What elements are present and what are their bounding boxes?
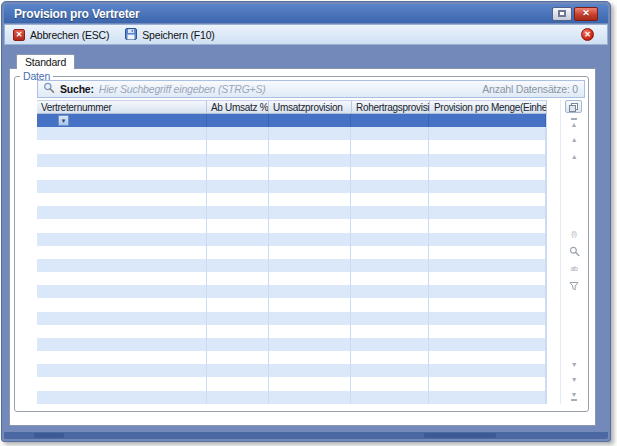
grid-row[interactable] [37, 364, 546, 377]
grid-cell[interactable] [429, 140, 546, 153]
grid-cell[interactable] [269, 167, 352, 180]
grid-cell[interactable] [269, 140, 352, 153]
grid-cell[interactable] [207, 285, 269, 298]
grid-cell[interactable] [269, 193, 352, 206]
grid-row[interactable] [37, 154, 546, 167]
grid-cell[interactable] [207, 246, 269, 259]
grid-cell[interactable] [429, 391, 546, 404]
grid-cell[interactable] [269, 364, 352, 377]
grid-row[interactable] [37, 298, 546, 311]
cancel-button[interactable]: ✕ Abbrechen (ESC) [13, 29, 109, 41]
grid-cell[interactable] [207, 377, 269, 390]
grid-cell[interactable] [429, 364, 546, 377]
grid-cell[interactable] [351, 259, 429, 272]
grid-cell[interactable] [37, 272, 207, 285]
grid-row[interactable] [37, 377, 546, 390]
grid-row[interactable] [37, 351, 546, 364]
grid-cell[interactable] [269, 246, 352, 259]
grid-cell[interactable] [269, 219, 352, 232]
grid-cell[interactable] [269, 377, 352, 390]
grid-cell[interactable] [269, 154, 352, 167]
column-header-rohertragsprovision[interactable]: Rohertragsprovision [352, 101, 430, 113]
grid-cell[interactable] [269, 391, 352, 404]
grid-cell[interactable] [37, 338, 207, 351]
close-circle-icon[interactable]: ✕ [581, 28, 594, 41]
abc-icon[interactable]: ab [567, 262, 581, 275]
grid-row[interactable] [37, 312, 546, 325]
grid-cell[interactable] [269, 351, 352, 364]
grid-cell[interactable] [207, 312, 269, 325]
grid-row[interactable] [37, 272, 546, 285]
grid-cell[interactable] [37, 377, 207, 390]
page-down-icon[interactable]: ▼ [567, 373, 581, 386]
grid-cell[interactable] [37, 246, 207, 259]
grid-cell[interactable] [429, 259, 546, 272]
grid-cell[interactable] [429, 206, 546, 219]
grid-cell[interactable] [37, 127, 207, 140]
grid-row[interactable] [37, 140, 546, 153]
grid-cell[interactable] [269, 285, 352, 298]
grid-cell[interactable] [429, 193, 546, 206]
go-first-icon[interactable]: ▲ [567, 116, 581, 129]
grid-row[interactable] [37, 391, 546, 404]
row-editor-dropdown[interactable]: ▼ [58, 115, 69, 126]
grid-cell[interactable] [37, 193, 207, 206]
search-bar[interactable]: Suche: Hier Suchbegriff eingeben (STRG+S… [37, 80, 585, 98]
page-up-icon[interactable]: ▲ [567, 133, 581, 146]
grid-cell[interactable] [351, 364, 429, 377]
grid-row[interactable] [37, 206, 546, 219]
grid-cell[interactable] [429, 272, 546, 285]
grid-cell[interactable] [351, 377, 429, 390]
grid-cell[interactable] [207, 351, 269, 364]
grid-cell[interactable] [351, 325, 429, 338]
grid-cell[interactable] [429, 312, 546, 325]
grid-row[interactable] [37, 180, 546, 193]
grid-cell[interactable] [37, 140, 207, 153]
grid-cell[interactable] [37, 154, 207, 167]
column-header-vertreternummer[interactable]: Vertreternummer [37, 101, 207, 113]
grid-cell[interactable] [269, 338, 352, 351]
grid-row-selected[interactable]: ▼ [37, 114, 546, 127]
grid-cell[interactable] [207, 272, 269, 285]
grid-cell[interactable] [37, 233, 207, 246]
grid-row[interactable] [37, 233, 546, 246]
grid-cell[interactable] [429, 114, 546, 127]
grid-cell[interactable] [269, 114, 352, 127]
grid-cell[interactable] [429, 154, 546, 167]
grid-cell[interactable] [351, 167, 429, 180]
grid-cell[interactable] [37, 325, 207, 338]
grid-row[interactable] [37, 127, 546, 140]
grid-row[interactable] [37, 285, 546, 298]
grid-cell[interactable] [207, 127, 269, 140]
grid-cell[interactable] [351, 391, 429, 404]
grid-row[interactable] [37, 259, 546, 272]
grid-cell[interactable] [269, 259, 352, 272]
grid-cell[interactable] [37, 219, 207, 232]
grid-cell[interactable] [269, 325, 352, 338]
grid-cell[interactable] [351, 154, 429, 167]
grid-cell[interactable] [37, 312, 207, 325]
count-icon[interactable]: (i) [567, 227, 581, 240]
grid-cell[interactable] [429, 246, 546, 259]
grid-cell[interactable] [269, 233, 352, 246]
grid-cell[interactable] [207, 167, 269, 180]
grid-cell[interactable] [37, 391, 207, 404]
move-down-icon[interactable]: ▼ [567, 358, 581, 371]
grid-cell[interactable] [351, 312, 429, 325]
move-up-icon[interactable]: ▲ [567, 150, 581, 163]
grid-row[interactable] [37, 246, 546, 259]
grid-cell[interactable] [429, 127, 546, 140]
grid-cell[interactable] [37, 351, 207, 364]
zoom-icon[interactable] [567, 245, 581, 258]
grid-cell[interactable] [429, 338, 546, 351]
data-grid[interactable]: VertreternummerAb Umsatz %Umsatzprovisio… [37, 100, 547, 404]
grid-cell[interactable] [37, 206, 207, 219]
grid-cell[interactable] [351, 351, 429, 364]
grid-cell[interactable] [269, 298, 352, 311]
grid-cell[interactable] [37, 259, 207, 272]
grid-cell[interactable] [429, 219, 546, 232]
grid-cell[interactable] [207, 180, 269, 193]
titlebar[interactable]: Provision pro Vertreter ✕ [4, 4, 608, 23]
grid-cell[interactable] [37, 167, 207, 180]
grid-cell[interactable] [429, 167, 546, 180]
